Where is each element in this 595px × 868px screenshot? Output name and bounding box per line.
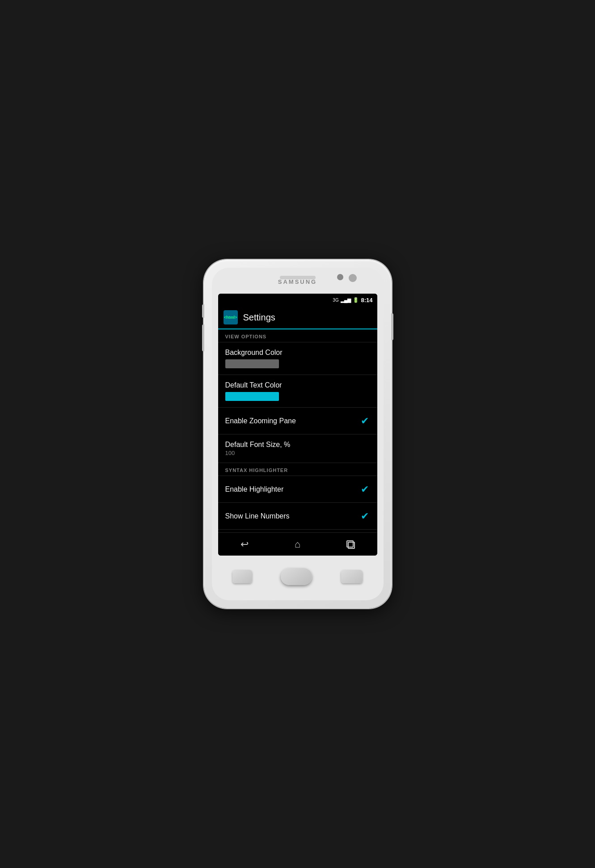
setting-item-left: Show Line Numbers bbox=[225, 512, 359, 520]
setting-default-font-size[interactable]: Default Font Size, % 100 bbox=[218, 434, 377, 463]
back-nav-button[interactable]: ↩ bbox=[233, 535, 256, 553]
battery-icon: 🔋 bbox=[353, 297, 359, 303]
setting-item-left: Default Text Color bbox=[225, 381, 370, 401]
setting-item-left: Background Color bbox=[225, 349, 370, 368]
home-nav-button[interactable]: ⌂ bbox=[286, 535, 308, 553]
brand-label: SAMSUNG bbox=[278, 278, 317, 285]
background-color-label: Background Color bbox=[225, 349, 370, 357]
status-icons: 3G ▂▄▆ 🔋 8:14 bbox=[333, 297, 372, 303]
setting-item-left: Enable Zooming Pane bbox=[225, 417, 359, 425]
zooming-pane-label: Enable Zooming Pane bbox=[225, 417, 359, 425]
enable-highlighter-label: Enable Highlighter bbox=[225, 485, 359, 493]
zooming-pane-checkbox[interactable]: ✔ bbox=[359, 416, 370, 426]
enable-highlighter-checkbox[interactable]: ✔ bbox=[359, 484, 370, 495]
app-bar: <html> Settings bbox=[218, 306, 377, 329]
font-size-label: Default Font Size, % bbox=[225, 441, 370, 449]
section-header-view-options: VIEW OPTIONS bbox=[218, 329, 377, 342]
setting-item-left: Default Font Size, % 100 bbox=[225, 441, 370, 456]
background-color-swatch[interactable] bbox=[225, 359, 279, 368]
phone-body: SAMSUNG 3G ▂▄▆ 🔋 8:14 <html> Settings bbox=[212, 268, 384, 600]
section-header-syntax-highlighter: SYNTAX HIGHLIGHTER bbox=[218, 463, 377, 476]
hw-back-button[interactable] bbox=[232, 570, 252, 583]
sensor bbox=[349, 274, 357, 282]
volume-button[interactable] bbox=[391, 313, 393, 340]
nav-bar: ↩ ⌂ bbox=[218, 532, 377, 556]
signal-bars: ▂▄▆ bbox=[341, 297, 351, 303]
phone-device: SAMSUNG 3G ▂▄▆ 🔋 8:14 <html> Settings bbox=[204, 260, 392, 608]
setting-background-color[interactable]: Background Color bbox=[218, 342, 377, 375]
camera bbox=[337, 274, 343, 280]
hw-menu-button[interactable] bbox=[341, 570, 363, 583]
show-line-numbers-checkbox[interactable]: ✔ bbox=[359, 511, 370, 522]
app-icon: <html> bbox=[224, 310, 238, 324]
screen: 3G ▂▄▆ 🔋 8:14 <html> Settings VIEW OPTIO… bbox=[218, 294, 377, 556]
setting-show-line-numbers[interactable]: Show Line Numbers ✔ bbox=[218, 503, 377, 530]
status-bar: 3G ▂▄▆ 🔋 8:14 bbox=[218, 294, 377, 306]
font-size-value: 100 bbox=[225, 450, 370, 456]
signal-icon: 3G bbox=[333, 298, 338, 303]
setting-enable-highlighter[interactable]: Enable Highlighter ✔ bbox=[218, 476, 377, 503]
hardware-buttons bbox=[218, 559, 377, 594]
status-time: 8:14 bbox=[361, 297, 372, 303]
settings-list: VIEW OPTIONS Background Color Default Te… bbox=[218, 329, 377, 532]
setting-default-text-color[interactable]: Default Text Color bbox=[218, 375, 377, 408]
app-icon-text: <html> bbox=[224, 315, 237, 320]
app-title: Settings bbox=[243, 312, 275, 323]
show-line-numbers-label: Show Line Numbers bbox=[225, 512, 359, 520]
setting-item-left: Enable Highlighter bbox=[225, 485, 359, 493]
text-color-label: Default Text Color bbox=[225, 381, 370, 389]
volume-button-left[interactable] bbox=[202, 324, 204, 351]
power-button[interactable] bbox=[202, 304, 204, 318]
recents-nav-button[interactable] bbox=[339, 535, 362, 553]
text-color-swatch[interactable] bbox=[225, 392, 279, 401]
hw-home-button[interactable] bbox=[281, 568, 312, 585]
setting-enable-zooming-pane[interactable]: Enable Zooming Pane ✔ bbox=[218, 408, 377, 434]
